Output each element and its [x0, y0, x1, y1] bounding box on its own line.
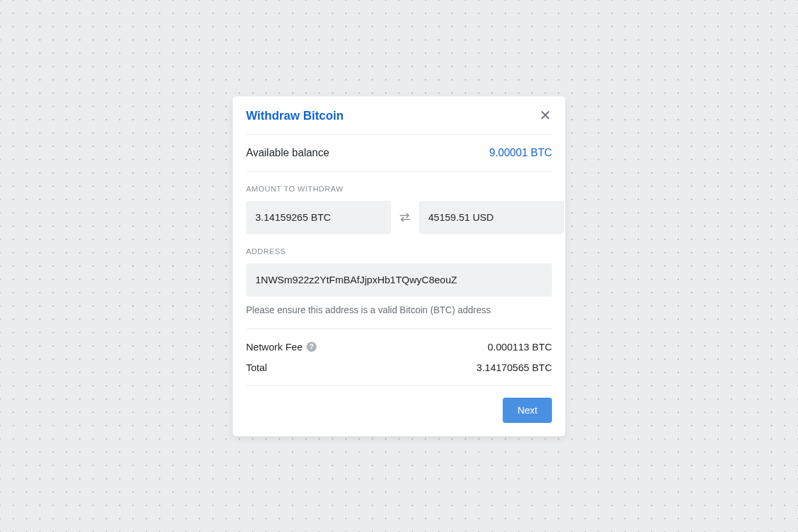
- available-balance-row: Available balance 9.00001 BTC: [246, 135, 552, 172]
- network-fee-label: Network Fee: [246, 341, 303, 352]
- total-value: 3.14170565 BTC: [477, 362, 552, 373]
- network-fee-label-wrap: Network Fee ?: [246, 341, 317, 352]
- address-section-label: ADDRESS: [246, 247, 552, 255]
- address-helper-text: Please ensure this address is a valid Bi…: [246, 305, 552, 329]
- available-balance-label: Available balance: [246, 147, 329, 159]
- amount-inputs-row: [246, 201, 552, 234]
- network-fee-value: 0.000113 BTC: [487, 341, 552, 352]
- swap-icon[interactable]: [399, 212, 411, 223]
- modal-title: Withdraw Bitcoin: [246, 109, 344, 123]
- amount-crypto-input[interactable]: [246, 201, 391, 234]
- close-icon: [540, 110, 551, 122]
- next-button[interactable]: Next: [503, 398, 552, 423]
- amount-section-label: AMOUNT TO WITHDRAW: [246, 185, 552, 193]
- help-icon[interactable]: ?: [307, 342, 317, 352]
- withdraw-modal: Withdraw Bitcoin Available balance 9.000…: [233, 96, 565, 436]
- fee-section: Network Fee ? 0.000113 BTC Total 3.14170…: [246, 329, 552, 386]
- available-balance-value: 9.00001 BTC: [489, 147, 552, 159]
- modal-footer: Next: [246, 386, 552, 423]
- modal-header: Withdraw Bitcoin: [246, 96, 552, 135]
- total-label: Total: [246, 362, 267, 373]
- address-input[interactable]: [246, 263, 552, 297]
- amount-fiat-input[interactable]: [419, 201, 564, 234]
- total-row: Total 3.14170565 BTC: [246, 362, 552, 373]
- network-fee-row: Network Fee ? 0.000113 BTC: [246, 341, 552, 352]
- close-button[interactable]: [539, 108, 552, 124]
